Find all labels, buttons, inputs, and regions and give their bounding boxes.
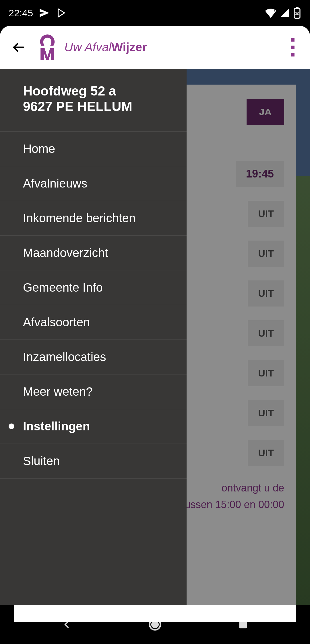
play-icon — [55, 7, 66, 18]
signal-icon — [280, 8, 290, 18]
nav-item-home[interactable]: Home — [0, 131, 187, 166]
drawer-address: Hoofdweg 52 a 9627 PE HELLUM — [0, 69, 187, 131]
more-options-button[interactable] — [284, 33, 301, 62]
wifi-icon: x — [265, 8, 277, 18]
svg-rect-3 — [296, 7, 298, 9]
navigation-drawer: Hoofdweg 52 a 9627 PE HELLUM Home Afvaln… — [0, 69, 187, 605]
svg-text:30: 30 — [295, 11, 299, 16]
address-line2: 9627 PE HELLUM — [23, 99, 164, 114]
nav-item-meer-weten[interactable]: Meer weten? — [0, 374, 187, 409]
nav-item-maandoverzicht[interactable]: Maandoverzicht — [0, 235, 187, 270]
svg-marker-0 — [58, 9, 65, 17]
nav-item-inzamellocaties[interactable]: Inzamellocaties — [0, 339, 187, 374]
status-bar: 22:45 x 30 — [0, 0, 310, 26]
nav-item-gemeente-info[interactable]: Gemeente Info — [0, 270, 187, 305]
more-dot-icon — [291, 46, 294, 49]
more-dot-icon — [291, 53, 294, 56]
more-dot-icon — [291, 38, 294, 42]
app-logo-icon — [37, 34, 57, 60]
address-line1: Hoofdweg 52 a — [23, 83, 164, 99]
content-area: JA tie voor 19:45 UIT UIT UIT UIT UIT UI… — [0, 69, 310, 605]
svg-point-7 — [152, 622, 158, 628]
nav-item-afvalsoorten[interactable]: Afvalsoorten — [0, 305, 187, 339]
send-icon — [39, 7, 50, 18]
back-button[interactable] — [9, 37, 29, 57]
nav-item-inkomende-berichten[interactable]: Inkomende berichten — [0, 201, 187, 235]
nav-item-afvalnieuws[interactable]: Afvalnieuws — [0, 166, 187, 201]
battery-icon: 30 — [293, 7, 301, 19]
status-time: 22:45 — [9, 7, 33, 19]
nav-item-instellingen[interactable]: Instellingen — [0, 409, 187, 444]
active-indicator-icon — [9, 424, 14, 429]
nav-item-sluiten[interactable]: Sluiten — [0, 444, 187, 479]
svg-text:x: x — [274, 8, 276, 13]
app-title: Uw AfvalWijzer — [64, 40, 147, 54]
app-header: Uw AfvalWijzer — [0, 26, 310, 69]
